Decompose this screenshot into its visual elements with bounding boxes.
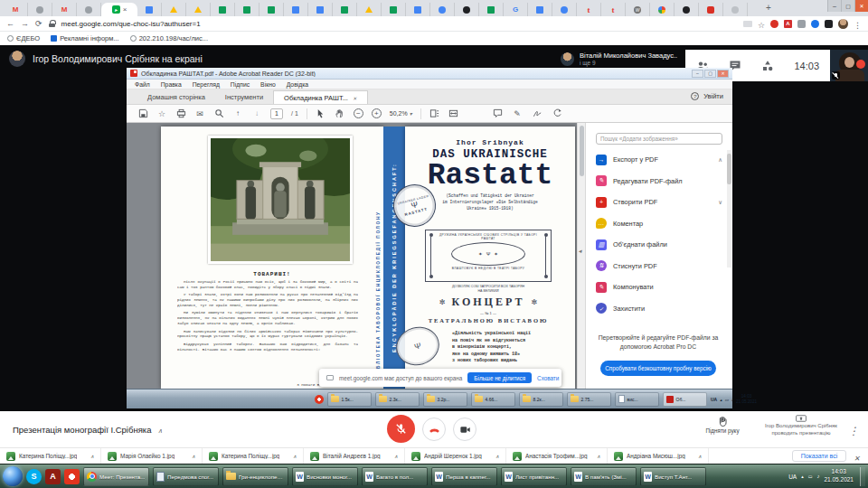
star-icon[interactable] xyxy=(156,108,167,119)
back-icon[interactable]: ← xyxy=(6,20,14,28)
browser-tab[interactable] xyxy=(675,3,699,16)
activities-icon[interactable] xyxy=(761,60,774,72)
opera-icon[interactable] xyxy=(315,395,324,404)
browser-tab[interactable] xyxy=(723,3,748,16)
menu-item[interactable]: Підпис xyxy=(231,81,250,88)
tab-document[interactable]: Обкладинка РАШТ... xyxy=(273,90,367,104)
tool-item[interactable]: Редагувати PDF-файл xyxy=(596,171,722,192)
extension-icon[interactable] xyxy=(770,20,778,28)
browser-tab[interactable] xyxy=(626,3,650,16)
extension-icon[interactable] xyxy=(797,20,806,28)
taskbar-folder-button[interactable]: 4.66... xyxy=(471,392,515,407)
previous-page-icon[interactable] xyxy=(232,108,243,119)
taskbar-window-button[interactable]: Лист привітанн... xyxy=(501,467,567,486)
browser-tab[interactable] xyxy=(211,3,235,16)
tray-arrow-icon[interactable] xyxy=(720,397,722,402)
tools-search-input[interactable] xyxy=(596,133,722,145)
more-options-icon[interactable] xyxy=(848,422,859,438)
start-button[interactable] xyxy=(3,466,23,486)
taskbar-window-button[interactable]: Передмова спог... xyxy=(153,467,219,486)
show-desktop-button[interactable] xyxy=(860,467,865,486)
acrobat-maximize-icon[interactable]: ▢ xyxy=(704,70,716,78)
email-icon[interactable] xyxy=(194,108,205,119)
tool-item[interactable]: Компонувати xyxy=(596,277,722,298)
chevron-up-icon[interactable] xyxy=(495,453,499,459)
bookmark-star-icon[interactable] xyxy=(758,15,765,32)
menu-item[interactable]: Перегляд xyxy=(193,81,220,88)
help-icon[interactable] xyxy=(691,92,699,100)
volume-icon[interactable]: ♪ xyxy=(816,474,819,479)
taskbar-window-button[interactable]: Багато в пол... xyxy=(362,467,428,486)
taskbar-folder-button[interactable]: 2.75... xyxy=(567,392,611,407)
display-icon[interactable]: ▭ xyxy=(808,474,813,479)
close-icon[interactable] xyxy=(854,0,868,12)
browser-tab[interactable] xyxy=(382,3,406,16)
browser-tab[interactable] xyxy=(333,3,357,16)
browser-menu-icon[interactable] xyxy=(854,15,862,32)
language-indicator[interactable]: UA xyxy=(788,474,797,480)
language-indicator[interactable]: UA xyxy=(711,397,717,402)
reload-icon[interactable]: ⟳ xyxy=(35,20,42,28)
taskbar-folder-button[interactable]: 8.2к... xyxy=(519,392,563,407)
taskbar-clock[interactable]: 14:03 21.05.2021 xyxy=(824,468,854,484)
tab-home[interactable]: Домашня сторінка xyxy=(137,90,215,104)
participant-tag[interactable]: Віталій Миколайович Завадус... і ще 9 xyxy=(561,52,684,66)
show-all-downloads-button[interactable]: Показати всі xyxy=(792,450,847,462)
taskbar-window-button[interactable]: В пам'ять (Змі... xyxy=(571,467,637,486)
page-display-icon[interactable] xyxy=(429,108,440,119)
tool-item[interactable]: Створити PDF ∨ xyxy=(596,192,722,213)
browser-tab[interactable] xyxy=(28,3,52,16)
edit-pen-icon[interactable] xyxy=(512,108,523,119)
hand-tool-icon[interactable] xyxy=(335,108,345,119)
menu-item[interactable]: Вікно xyxy=(260,81,276,88)
browser-tab[interactable] xyxy=(259,3,284,16)
download-item[interactable]: Анастасія Трофим...jpg xyxy=(506,448,608,464)
raise-hand-button[interactable]: Підняти руку xyxy=(694,416,750,434)
tool-item[interactable]: Захистити xyxy=(596,298,722,320)
zoom-in-icon[interactable]: + xyxy=(372,108,382,118)
browser-tab[interactable] xyxy=(284,3,308,16)
browser-tab[interactable] xyxy=(528,3,552,16)
taskbar-folder-button[interactable]: 3.2р... xyxy=(423,392,467,407)
tool-item[interactable]: Коментар xyxy=(596,213,722,235)
profile-avatar[interactable] xyxy=(838,19,848,29)
maximize-icon[interactable] xyxy=(841,0,854,12)
taskbar-folder-button[interactable]: 1.5к... xyxy=(327,392,372,407)
comment-icon[interactable] xyxy=(492,108,503,119)
chevron-up-icon[interactable] xyxy=(192,453,195,459)
browser-tab[interactable] xyxy=(308,3,333,16)
share-icon[interactable] xyxy=(552,108,562,119)
fit-width-icon[interactable] xyxy=(448,108,459,119)
volume-icon[interactable] xyxy=(731,397,733,402)
menu-item[interactable]: Файл xyxy=(135,81,150,88)
taskbar-window-button[interactable]: Меет: Презента... xyxy=(83,467,149,486)
sign-in-link[interactable]: Увійти xyxy=(703,92,723,100)
print-icon[interactable] xyxy=(175,108,186,119)
select-tool-icon[interactable] xyxy=(316,108,326,119)
download-item[interactable]: Андріана Мисюш...jpg xyxy=(608,448,709,464)
extension-icon[interactable] xyxy=(825,20,833,28)
zoom-out-icon[interactable]: − xyxy=(354,108,363,118)
skype-icon[interactable] xyxy=(26,469,42,484)
menu-item[interactable]: Правка xyxy=(161,81,182,88)
free-trial-button[interactable]: Спробувати безкоштовну пробну версію xyxy=(600,361,716,376)
browser-tab[interactable] xyxy=(162,3,186,16)
download-item[interactable]: Катерина Поліщу...jpg xyxy=(203,448,304,464)
taskbar-window-button[interactable]: Перша в каппег... xyxy=(431,467,497,486)
fill-sign-icon[interactable] xyxy=(532,108,542,119)
acrobat-titlebar[interactable]: Обкладинка РАШТАТ.pdf - Adobe Acrobat Re… xyxy=(127,68,732,80)
browser-tab[interactable] xyxy=(504,3,528,16)
minimize-icon[interactable] xyxy=(827,0,841,12)
pdf-viewport[interactable]: ТОВАРИШІ! Після окупації в Росії приємно… xyxy=(127,123,732,389)
acrobat-minimize-icon[interactable]: – xyxy=(692,70,703,78)
tab-tools[interactable]: Інструменти xyxy=(215,90,273,104)
download-item[interactable]: Віталій Андреєв 1.jpg xyxy=(304,448,405,464)
browser-tab[interactable] xyxy=(235,3,259,16)
browser-tab[interactable] xyxy=(577,3,601,16)
display-icon[interactable] xyxy=(725,397,729,402)
browser-tab[interactable] xyxy=(186,3,211,16)
card-icon[interactable] xyxy=(743,21,752,27)
taskbar-window-button[interactable]: Гри-енциклопед... xyxy=(222,467,288,486)
browser-tab[interactable] xyxy=(357,3,382,16)
hide-notice-button[interactable]: Сховати xyxy=(537,375,559,381)
